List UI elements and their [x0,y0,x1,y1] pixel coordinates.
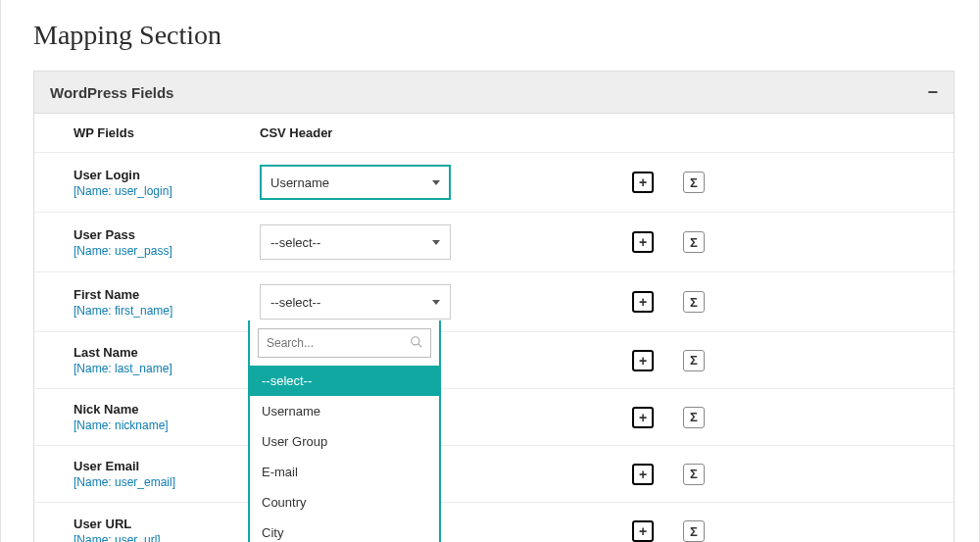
plus-icon: + [639,234,647,250]
add-button[interactable]: + [632,520,654,542]
field-label: Nick Name [74,402,260,417]
add-button[interactable]: + [632,231,654,253]
field-row: First Name [Name: first_name] --select--… [34,272,954,332]
dropdown-option[interactable]: City [250,517,439,542]
collapse-button[interactable]: − [927,83,938,101]
add-button[interactable]: + [632,464,654,485]
dropdown-option[interactable]: --select-- [250,366,439,396]
column-header-wp: WP Fields [74,125,260,140]
add-button[interactable]: + [632,291,654,313]
sigma-icon: Σ [690,524,698,539]
add-button[interactable]: + [632,350,654,371]
panel-title: WordPress Fields [50,84,173,101]
add-button[interactable]: + [632,172,654,193]
sigma-icon: Σ [690,235,698,250]
plus-icon: + [639,353,647,369]
field-slug: [Name: first_name] [74,304,260,318]
field-label: User Pass [74,227,260,242]
field-slug: [Name: user_email] [74,475,260,489]
select-value: --select-- [270,235,320,250]
formula-button[interactable]: Σ [683,350,705,371]
chevron-down-icon [432,300,440,305]
field-row: Last Name [Name: last_name] + Σ [34,332,954,389]
field-slug: [Name: user_login] [74,184,260,198]
field-row: User Pass [Name: user_pass] --select-- +… [34,213,954,272]
add-button[interactable]: + [632,407,654,428]
dropdown-option[interactable]: User Group [250,426,439,457]
field-slug: [Name: last_name] [74,362,260,375]
field-label: User URL [74,517,260,531]
sigma-icon: Σ [690,353,698,368]
sigma-icon: Σ [690,410,698,424]
field-label: User Login [74,168,260,182]
plus-icon: + [639,467,647,482]
plus-icon: + [639,410,647,425]
formula-button[interactable]: Σ [683,231,705,253]
field-slug: [Name: nickname] [74,419,260,432]
field-label: First Name [74,287,260,302]
wp-fields-panel: WordPress Fields − WP Fields CSV Header … [33,71,955,542]
field-slug: [Name: user_url] [74,533,260,543]
field-label: Last Name [74,345,260,360]
column-header-csv: CSV Header [260,125,632,140]
dropdown-option[interactable]: E-mail [250,457,439,487]
sigma-icon: Σ [690,467,698,481]
field-row: User Email [Name: user_email] + Σ [34,446,954,503]
csv-select[interactable]: Username [260,165,451,200]
formula-button[interactable]: Σ [683,464,705,485]
plus-icon: + [639,294,647,310]
formula-button[interactable]: Σ [683,407,705,428]
sigma-icon: Σ [690,175,698,190]
dropdown-option[interactable]: Username [250,396,439,426]
select-value: Username [270,175,329,190]
sigma-icon: Σ [690,295,698,310]
csv-select[interactable]: --select-- [260,224,451,260]
field-row: User URL [Name: user_url] + Σ [34,503,954,542]
plus-icon: + [639,523,647,539]
field-row: User Login [Name: user_login] Username +… [34,153,954,213]
formula-button[interactable]: Σ [683,172,705,193]
dropdown-search-input[interactable] [258,328,431,358]
formula-button[interactable]: Σ [683,520,705,542]
csv-select-dropdown: --select-- Username User Group E-mail Co… [248,320,441,542]
formula-button[interactable]: Σ [683,291,705,313]
plus-icon: + [639,174,647,190]
field-label: User Email [74,459,260,473]
csv-select[interactable]: --select-- [260,284,451,320]
field-row: Nick Name [Name: nickname] + Σ [34,389,954,446]
panel-header: WordPress Fields − [34,72,954,114]
chevron-down-icon [432,180,440,185]
column-headers: WP Fields CSV Header [34,114,954,153]
dropdown-search-wrap [250,320,439,366]
select-value: --select-- [270,295,320,310]
chevron-down-icon [432,240,440,245]
page-title: Mapping Section [33,0,955,71]
field-slug: [Name: user_pass] [74,244,260,258]
dropdown-option[interactable]: Country [250,487,439,517]
